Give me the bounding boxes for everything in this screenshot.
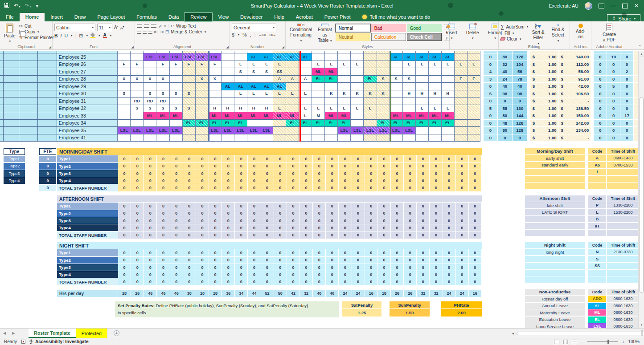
summary-count-cell[interactable]: 0 bbox=[594, 53, 607, 61]
shift-count-cell[interactable]: 0 bbox=[378, 217, 391, 224]
shift-count-cell[interactable]: 0 bbox=[352, 184, 365, 191]
roster-day-cell[interactable]: EL bbox=[416, 120, 429, 127]
shift-count-cell[interactable]: 0 bbox=[404, 210, 417, 217]
shift-count-cell[interactable]: 0 bbox=[417, 224, 430, 231]
shift-count-cell[interactable]: 0 bbox=[326, 184, 339, 191]
roster-day-cell[interactable]: X bbox=[196, 76, 209, 83]
roster-day-cell[interactable]: EL bbox=[196, 120, 209, 127]
roster-day-cell[interactable] bbox=[455, 112, 468, 120]
roster-day-cell[interactable] bbox=[442, 97, 455, 105]
roster-day-cell[interactable]: K bbox=[364, 90, 377, 98]
shift-count-cell[interactable]: 0 bbox=[209, 231, 222, 239]
roster-day-cell[interactable]: S bbox=[131, 105, 144, 113]
roster-day-cell[interactable] bbox=[377, 105, 390, 113]
roster-day-cell[interactable] bbox=[390, 97, 403, 105]
roster-day-cell[interactable] bbox=[156, 134, 169, 142]
shift-count-cell[interactable]: 0 bbox=[404, 231, 417, 239]
shift-count-cell[interactable]: 0 bbox=[287, 231, 300, 239]
hrs-per-day-cell[interactable]: 32 bbox=[417, 290, 430, 297]
shift-count-cell[interactable]: 0 bbox=[261, 264, 274, 271]
delete-cells-button[interactable]: Delete▾ bbox=[464, 23, 481, 44]
increase-decimal-button[interactable]: ←.00 bbox=[258, 33, 266, 37]
roster-day-cell[interactable] bbox=[403, 97, 416, 105]
zoom-out-icon[interactable]: − bbox=[581, 339, 583, 345]
roster-day-cell[interactable]: L bbox=[468, 61, 480, 69]
shift-count-cell[interactable]: 0 bbox=[404, 217, 417, 224]
shift-count-cell[interactable]: 0 bbox=[196, 257, 209, 264]
shift-count-cell[interactable]: 0 bbox=[248, 170, 261, 177]
frozen-cell[interactable] bbox=[0, 127, 4, 134]
format-as-table-button[interactable]: Format asTable ▾ bbox=[316, 23, 334, 44]
roster-day-cell[interactable] bbox=[312, 53, 325, 61]
ribbon-tab-developer[interactable]: Developer bbox=[234, 13, 268, 21]
shift-count-cell[interactable]: 0 bbox=[131, 278, 144, 285]
summary-currency-cell[interactable]: $1.00 bbox=[530, 68, 559, 76]
roster-day-cell[interactable]: H bbox=[416, 90, 429, 98]
frozen-cell[interactable] bbox=[38, 127, 57, 134]
summary-currency-cell[interactable]: $91.00 bbox=[559, 76, 591, 83]
summary-currency-cell[interactable]: $106.50 bbox=[559, 90, 591, 98]
legend-code-cell[interactable] bbox=[588, 176, 606, 182]
summary-count-cell[interactable]: 0 bbox=[607, 134, 620, 142]
cell-style-check-cell[interactable]: Check Cell bbox=[407, 33, 442, 41]
shift-count-cell[interactable]: 0 bbox=[391, 170, 404, 177]
roster-day-cell[interactable]: L bbox=[299, 90, 312, 98]
roster-day-cell[interactable]: LSL bbox=[156, 127, 169, 134]
roster-day-cell[interactable] bbox=[234, 53, 247, 61]
increase-indent-icon[interactable] bbox=[160, 29, 163, 34]
roster-day-cell[interactable]: A bbox=[299, 76, 312, 83]
shift-count-cell[interactable]: 0 bbox=[157, 155, 170, 162]
legend-code-cell[interactable]: A bbox=[588, 155, 606, 161]
summary-count-cell[interactable]: 0 bbox=[594, 97, 607, 105]
summary-count-cell[interactable]: 56 bbox=[513, 68, 528, 76]
fill-color-button[interactable] bbox=[90, 33, 95, 38]
roster-day-cell[interactable]: ML bbox=[156, 112, 169, 120]
shift-count-cell[interactable]: 0 bbox=[378, 224, 391, 231]
roster-day-cell[interactable]: ML bbox=[312, 68, 325, 76]
shift-count-cell[interactable]: 0 bbox=[339, 217, 352, 224]
roster-day-cell[interactable] bbox=[416, 97, 429, 105]
summary-count-cell[interactable]: 0 bbox=[484, 127, 498, 134]
roster-day-cell[interactable]: EL bbox=[325, 120, 338, 127]
roster-day-cell[interactable] bbox=[364, 83, 377, 90]
shift-count-cell[interactable]: 0 bbox=[365, 224, 378, 231]
roster-day-cell[interactable]: LSL bbox=[234, 127, 247, 134]
frozen-cell[interactable] bbox=[0, 76, 4, 83]
roster-day-cell[interactable] bbox=[364, 112, 377, 120]
roster-day-cell[interactable] bbox=[183, 83, 196, 90]
shift-count-cell[interactable]: 0 bbox=[378, 257, 391, 264]
summary-count-cell[interactable]: 0 bbox=[620, 61, 634, 69]
shift-count-cell[interactable]: 0 bbox=[352, 278, 365, 285]
summary-count-cell[interactable]: 0 bbox=[620, 76, 634, 83]
roster-day-cell[interactable]: L bbox=[312, 105, 325, 113]
frozen-cell[interactable] bbox=[0, 112, 4, 120]
shift-count-cell[interactable]: 0 bbox=[365, 271, 378, 278]
shift-count-cell[interactable]: 0 bbox=[131, 249, 144, 256]
roster-day-cell[interactable] bbox=[222, 76, 234, 83]
shift-count-cell[interactable]: 0 bbox=[157, 231, 170, 239]
roster-day-cell[interactable] bbox=[209, 97, 222, 105]
shift-count-cell[interactable]: 0 bbox=[209, 278, 222, 285]
hrs-per-day-cell[interactable]: 26 bbox=[131, 290, 144, 297]
roster-day-cell[interactable] bbox=[273, 120, 286, 127]
shift-count-cell[interactable]: 0 bbox=[339, 257, 352, 264]
roster-day-cell[interactable] bbox=[196, 90, 209, 98]
shift-count-cell[interactable]: 0 bbox=[118, 170, 131, 177]
roster-day-cell[interactable]: K bbox=[325, 90, 338, 98]
shift-count-cell[interactable]: 0 bbox=[235, 278, 248, 285]
shift-count-cell[interactable]: 0 bbox=[261, 271, 274, 278]
shift-count-cell[interactable]: 0 bbox=[430, 217, 443, 224]
shift-count-cell[interactable]: 0 bbox=[313, 217, 326, 224]
frozen-cell[interactable] bbox=[38, 120, 57, 127]
roster-day-cell[interactable]: EL bbox=[286, 120, 299, 127]
roster-day-cell[interactable] bbox=[222, 90, 234, 98]
shift-count-cell[interactable]: 0 bbox=[430, 170, 443, 177]
shift-count-cell[interactable]: 0 bbox=[261, 184, 274, 191]
summary-count-cell[interactable]: 0 bbox=[620, 97, 634, 105]
shift-count-cell[interactable]: 0 bbox=[261, 155, 274, 162]
shift-count-cell[interactable]: 0 bbox=[287, 224, 300, 231]
shrink-font-button[interactable]: A▾ bbox=[120, 25, 124, 30]
shift-count-cell[interactable]: 0 bbox=[378, 163, 391, 170]
roster-day-cell[interactable] bbox=[364, 53, 377, 61]
summary-currency-cell[interactable]: $1.00 bbox=[530, 76, 559, 83]
